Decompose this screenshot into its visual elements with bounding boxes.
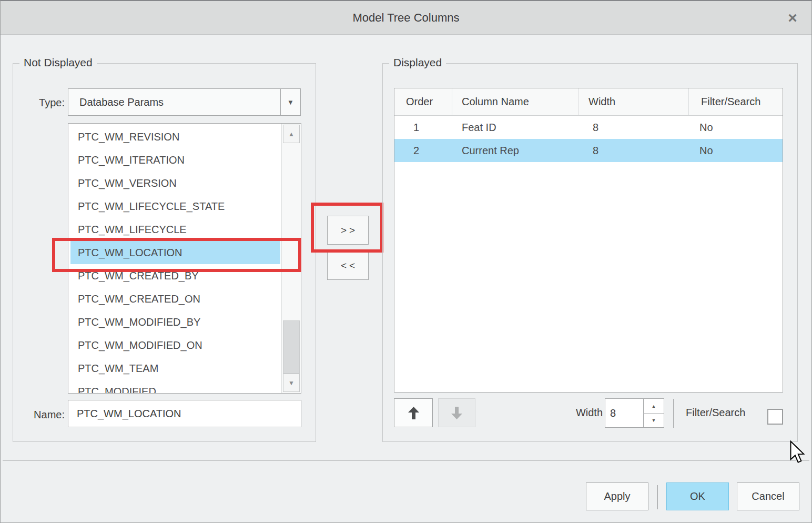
name-label: Name: <box>16 409 65 421</box>
list-item[interactable]: PTC_WM_TEAM <box>68 357 281 380</box>
move-up-button[interactable] <box>394 398 433 427</box>
scrollbar-thumb[interactable] <box>283 320 300 374</box>
cell-filter: No <box>689 139 783 162</box>
name-input[interactable] <box>68 400 301 427</box>
footer-divider <box>3 460 809 461</box>
list-item[interactable]: PTC_WM_CREATED_ON <box>68 287 281 310</box>
move-down-button[interactable] <box>438 398 475 427</box>
spin-up-icon[interactable]: ▲ <box>644 399 664 413</box>
list-item[interactable]: PTC_WM_REVISION <box>68 125 281 148</box>
list-item[interactable]: PTC_WM_LIFECYCLE <box>68 218 281 241</box>
ok-button[interactable]: OK <box>666 482 729 510</box>
group-displayed-label: Displayed <box>389 56 446 69</box>
list-item[interactable]: PTC_WM_CREATED_BY <box>68 264 281 287</box>
cell-order: 2 <box>394 139 452 162</box>
separator <box>657 485 658 509</box>
arrow-up-icon <box>408 407 419 419</box>
table-row[interactable]: 1Feat ID8No <box>394 116 783 139</box>
list-item[interactable]: PTC_WM_VERSION <box>68 172 281 195</box>
displayed-columns-table: Order Column Name Width Filter/Search 1F… <box>394 88 783 393</box>
list-item[interactable]: PTC_WM_LOCATION <box>70 241 280 264</box>
filter-search-label: Filter/Search <box>686 398 745 427</box>
list-item[interactable]: PTC_WM_ITERATION <box>68 148 281 172</box>
width-label: Width <box>547 398 603 427</box>
scroll-down-icon[interactable]: ▼ <box>283 374 300 392</box>
header-order[interactable]: Order <box>394 88 452 115</box>
dialog-title: Model Tree Columns <box>1 1 811 35</box>
table-header: Order Column Name Width Filter/Search <box>394 88 783 116</box>
not-displayed-list: PTC_WM_REVISIONPTC_WM_ITERATIONPTC_WM_VE… <box>68 123 301 394</box>
arrow-down-icon <box>451 407 462 419</box>
width-input[interactable] <box>605 399 644 427</box>
list-item[interactable]: PTC_WM_LIFECYCLE_STATE <box>68 195 281 218</box>
add-to-displayed-button[interactable]: >> <box>327 216 369 245</box>
chevron-down-icon[interactable]: ▼ <box>281 89 300 115</box>
filter-search-checkbox[interactable] <box>767 409 783 425</box>
cell-filter: No <box>689 116 783 139</box>
cell-width: 8 <box>578 139 689 162</box>
list-item[interactable]: PTC_MODIFIED <box>68 380 281 394</box>
type-dropdown-value: Database Params <box>68 89 300 115</box>
cancel-button[interactable]: Cancel <box>737 482 799 510</box>
table-row[interactable]: 2Current Rep8No <box>394 139 783 162</box>
spin-down-icon[interactable]: ▼ <box>644 413 664 427</box>
group-not-displayed-label: Not Displayed <box>19 56 97 69</box>
header-width[interactable]: Width <box>578 88 689 115</box>
type-dropdown[interactable]: Database Params ▼ <box>68 88 301 116</box>
cell-width: 8 <box>578 116 689 139</box>
type-label: Type: <box>22 97 65 109</box>
cell-name: Feat ID <box>452 116 578 139</box>
width-spinner: ▲ ▼ <box>605 398 664 428</box>
cell-name: Current Rep <box>452 139 578 162</box>
header-column-name[interactable]: Column Name <box>452 88 578 115</box>
titlebar: Model Tree Columns × <box>1 1 811 35</box>
header-filter-search[interactable]: Filter/Search <box>689 88 783 115</box>
spinner-buttons: ▲ ▼ <box>643 399 664 427</box>
not-displayed-list-items: PTC_WM_REVISIONPTC_WM_ITERATIONPTC_WM_VE… <box>68 124 281 394</box>
list-item[interactable]: PTC_WM_MODIFIED_ON <box>68 334 281 357</box>
apply-button[interactable]: Apply <box>586 482 648 510</box>
mouse-cursor <box>790 440 809 467</box>
cell-order: 1 <box>394 116 452 139</box>
model-tree-columns-dialog: Model Tree Columns × Not Displayed Type:… <box>0 0 812 523</box>
scroll-up-icon[interactable]: ▲ <box>283 125 300 143</box>
separator <box>673 399 674 428</box>
scrollbar[interactable]: ▲ ▼ <box>281 124 301 393</box>
table-body: 1Feat ID8No2Current Rep8No <box>394 116 783 162</box>
list-item[interactable]: PTC_WM_MODIFIED_BY <box>68 310 281 334</box>
close-icon[interactable]: × <box>782 1 803 35</box>
remove-from-displayed-button[interactable]: << <box>327 251 369 280</box>
